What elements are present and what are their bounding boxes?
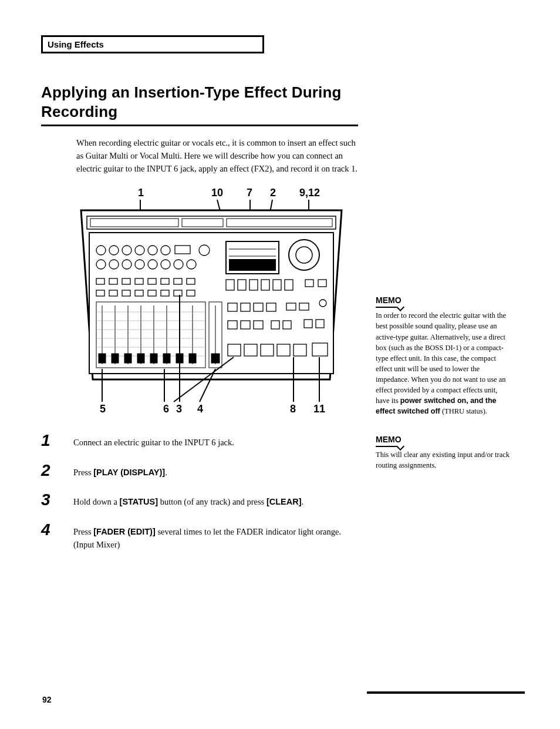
svg-point-32 xyxy=(296,247,312,263)
svg-rect-83 xyxy=(211,354,220,363)
svg-rect-94 xyxy=(283,321,291,329)
svg-point-24 xyxy=(161,260,170,269)
page-title: Applying an Insertion-Type Effect During… xyxy=(41,83,358,121)
step-number: 1 xyxy=(41,432,73,449)
svg-point-12 xyxy=(109,246,119,255)
svg-rect-93 xyxy=(271,321,279,329)
svg-rect-95 xyxy=(304,320,312,328)
step-text: Press [PLAY (DISPLAY)]. xyxy=(73,462,167,479)
callout-2: 2 xyxy=(270,187,276,199)
svg-rect-44 xyxy=(135,290,143,296)
callout-10: 10 xyxy=(211,187,223,199)
svg-rect-92 xyxy=(254,321,263,329)
memo-label: MEMO xyxy=(376,434,402,447)
callout-1: 1 xyxy=(138,187,144,199)
memo-body: In order to record the electric guitar w… xyxy=(376,310,511,416)
callout-8: 8 xyxy=(290,403,296,415)
svg-rect-76 xyxy=(137,354,144,363)
svg-rect-42 xyxy=(109,290,117,296)
footer-rule xyxy=(367,691,525,694)
svg-point-25 xyxy=(174,260,183,269)
title-rule xyxy=(41,125,358,126)
callout-6: 6 xyxy=(163,403,169,415)
svg-rect-41 xyxy=(96,290,104,296)
svg-rect-39 xyxy=(174,278,182,284)
svg-rect-90 xyxy=(228,321,237,329)
svg-rect-96 xyxy=(316,320,324,328)
step-4: 4 Press [FADER (EDIT)] several times to … xyxy=(41,522,358,552)
svg-rect-88 xyxy=(286,303,296,310)
svg-rect-89 xyxy=(299,303,309,310)
svg-rect-43 xyxy=(122,290,130,296)
device-diagram: 1 10 7 2 9,12 xyxy=(76,186,358,415)
intro-paragraph: When recording electric guitar or vocals… xyxy=(76,137,358,175)
svg-rect-36 xyxy=(135,278,143,284)
svg-rect-54 xyxy=(285,280,293,290)
step-text: Connect an electric guitar to the INPUT … xyxy=(73,432,234,449)
callout-7: 7 xyxy=(247,187,252,199)
svg-rect-85 xyxy=(241,303,250,311)
svg-point-13 xyxy=(122,246,131,255)
svg-rect-98 xyxy=(244,344,257,356)
svg-point-19 xyxy=(96,260,106,269)
svg-point-26 xyxy=(187,260,196,269)
svg-rect-99 xyxy=(261,344,274,356)
step-text: Press [FADER (EDIT)] several times to le… xyxy=(73,522,358,552)
svg-rect-78 xyxy=(163,354,170,363)
svg-rect-51 xyxy=(249,280,258,290)
svg-rect-50 xyxy=(238,280,246,290)
svg-rect-48 xyxy=(187,290,195,296)
svg-rect-53 xyxy=(273,280,281,290)
svg-rect-56 xyxy=(318,280,326,287)
step-number: 2 xyxy=(41,462,73,479)
svg-point-21 xyxy=(122,260,131,269)
svg-rect-30 xyxy=(229,259,276,271)
memo-label: MEMO xyxy=(376,294,402,308)
step-number: 3 xyxy=(41,492,73,508)
svg-rect-77 xyxy=(150,354,157,363)
svg-rect-7 xyxy=(90,219,178,227)
svg-rect-87 xyxy=(266,303,276,311)
svg-rect-37 xyxy=(148,278,156,284)
svg-rect-8 xyxy=(182,219,223,227)
step-text: Hold down a [STATUS] button (of any trac… xyxy=(73,492,303,508)
svg-rect-38 xyxy=(161,278,169,284)
svg-rect-97 xyxy=(228,344,241,356)
callout-912: 9,12 xyxy=(299,187,320,199)
svg-rect-34 xyxy=(109,278,117,284)
sidebar: MEMO In order to record the electric gui… xyxy=(376,294,511,487)
svg-rect-33 xyxy=(96,278,104,284)
svg-rect-55 xyxy=(305,280,313,287)
svg-rect-52 xyxy=(261,280,269,290)
svg-point-23 xyxy=(148,260,157,269)
svg-rect-100 xyxy=(277,344,290,356)
svg-rect-40 xyxy=(187,278,195,284)
callout-5: 5 xyxy=(100,403,106,415)
svg-point-20 xyxy=(109,260,119,269)
svg-rect-45 xyxy=(148,290,156,296)
svg-point-16 xyxy=(161,246,170,255)
svg-point-11 xyxy=(96,246,106,255)
svg-rect-80 xyxy=(189,354,196,363)
step-3: 3 Hold down a [STATUS] button (of any tr… xyxy=(41,492,358,508)
svg-rect-75 xyxy=(124,354,131,363)
svg-rect-46 xyxy=(161,290,169,296)
svg-rect-35 xyxy=(122,278,130,284)
main-content: Applying an Insertion-Type Effect During… xyxy=(41,83,358,565)
svg-rect-91 xyxy=(241,321,250,329)
memo-1: MEMO In order to record the electric gui… xyxy=(376,294,511,417)
steps-list: 1 Connect an electric guitar to the INPU… xyxy=(41,432,358,551)
page-number: 92 xyxy=(42,695,52,704)
svg-rect-9 xyxy=(227,219,332,227)
svg-point-15 xyxy=(148,246,157,255)
step-1: 1 Connect an electric guitar to the INPU… xyxy=(41,432,358,449)
svg-point-57 xyxy=(319,300,326,307)
svg-point-14 xyxy=(135,246,144,255)
svg-rect-102 xyxy=(312,343,328,356)
section-tab: Using Effects xyxy=(41,35,264,53)
svg-rect-84 xyxy=(228,303,237,311)
callout-3: 3 xyxy=(176,403,182,415)
svg-rect-86 xyxy=(254,303,263,311)
step-number: 4 xyxy=(41,522,73,538)
svg-rect-17 xyxy=(175,246,190,254)
